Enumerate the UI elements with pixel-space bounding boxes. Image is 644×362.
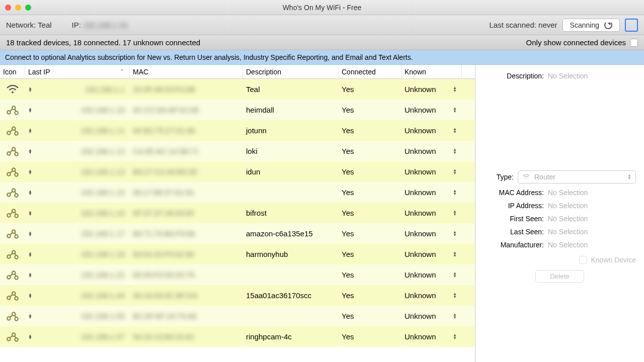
table-row[interactable]: ▲▼192.168.1.558C:0F:6F:19:79:A8YesUnknow… bbox=[0, 306, 475, 326]
column-icon[interactable]: Icon bbox=[0, 65, 25, 78]
sidebar-first-seen-value: No Selection bbox=[548, 215, 588, 223]
toolbar-extra-button[interactable] bbox=[625, 19, 638, 32]
stepper-icon[interactable]: ▲▼ bbox=[453, 293, 457, 299]
last-scanned-label: Last scanned: bbox=[490, 21, 539, 29]
table-row[interactable]: ▲▼192.168.1.2200:35:F3:50:33:78YesUnknow… bbox=[0, 264, 475, 285]
cell-connected: Yes bbox=[339, 141, 401, 161]
last-scanned-value: never bbox=[538, 21, 557, 29]
stepper-icon[interactable]: ▲▼ bbox=[453, 210, 457, 216]
svg-point-3 bbox=[15, 111, 18, 115]
svg-point-8 bbox=[15, 132, 18, 135]
device-icon bbox=[0, 161, 25, 182]
svg-point-58 bbox=[15, 338, 18, 341]
stepper-icon[interactable]: ▲▼ bbox=[28, 128, 32, 133]
stepper-icon[interactable]: ▲▼ bbox=[28, 231, 32, 236]
stepper-icon[interactable]: ▲▼ bbox=[453, 190, 457, 196]
router-icon bbox=[522, 174, 530, 180]
sidebar-description-value: No Selection bbox=[548, 72, 588, 80]
svg-point-53 bbox=[15, 317, 18, 321]
svg-line-19 bbox=[10, 170, 13, 172]
column-connected[interactable]: Connected bbox=[339, 65, 401, 78]
stepper-icon[interactable]: ▲▼ bbox=[28, 293, 32, 298]
svg-point-61 bbox=[526, 178, 527, 179]
stepper-icon[interactable]: ▲▼ bbox=[28, 149, 32, 154]
minimize-window-button[interactable] bbox=[15, 5, 21, 11]
column-last-ip-label: Last IP bbox=[28, 68, 50, 76]
device-icon bbox=[0, 203, 25, 223]
table-row[interactable]: ▲▼192.168.1.104C:CC:6A:8F:91:0EheimdallY… bbox=[0, 100, 475, 120]
column-description[interactable]: Description bbox=[243, 65, 339, 78]
column-mac[interactable]: MAC bbox=[130, 65, 243, 78]
svg-line-5 bbox=[15, 109, 16, 111]
maximize-window-button[interactable] bbox=[25, 5, 31, 11]
stepper-icon[interactable]: ▲▼ bbox=[28, 314, 32, 319]
cell-description: 15aa01ac36170scc bbox=[243, 285, 339, 306]
table-body: ▲▼192.168.1.120:3F:48:03:F0:0BTealYesUnk… bbox=[0, 79, 475, 347]
stepper-icon[interactable]: ▲▼ bbox=[453, 148, 457, 154]
stepper-icon[interactable]: ▲▼ bbox=[453, 272, 457, 278]
stepper-icon: ▲▼ bbox=[627, 174, 631, 180]
stepper-icon[interactable]: ▲▼ bbox=[453, 334, 457, 340]
svg-line-35 bbox=[15, 232, 16, 234]
table-row[interactable]: ▲▼192.168.1.1788:71:75:B6:F9:58amazon-c6… bbox=[0, 223, 475, 244]
sidebar-last-seen-label: Last Seen: bbox=[484, 228, 544, 236]
main-content: Icon Last IP ⌃ MAC Description Connected… bbox=[0, 65, 644, 362]
table-row[interactable]: ▲▼192.168.1.1194:9D:75:27:01:48jotunnYes… bbox=[0, 120, 475, 141]
table-row[interactable]: ▲▼192.168.1.12C4:4E:AC:14:3B:71lokiYesUn… bbox=[0, 141, 475, 161]
table-row[interactable]: ▲▼192.168.1.1500:17:88:37:01:04YesUnknow… bbox=[0, 182, 475, 203]
svg-line-4 bbox=[10, 109, 13, 111]
cell-ip: ▲▼192.168.1.16 bbox=[25, 203, 130, 223]
cell-mac: 00:04:20:F5:02:68 bbox=[130, 244, 243, 264]
cell-known: Unknown▲▼ bbox=[401, 203, 462, 223]
refresh-icon bbox=[604, 21, 612, 29]
stepper-icon[interactable]: ▲▼ bbox=[28, 87, 32, 92]
stepper-icon[interactable]: ▲▼ bbox=[28, 252, 32, 257]
cell-description: harmonyhub bbox=[243, 244, 339, 264]
stepper-icon[interactable]: ▲▼ bbox=[453, 169, 457, 175]
table-row[interactable]: ▲▼192.168.1.4434:16:05:0C:8F:DA15aa01ac3… bbox=[0, 285, 475, 306]
column-last-ip[interactable]: Last IP ⌃ bbox=[25, 65, 130, 78]
scan-button[interactable]: Scanning bbox=[562, 19, 620, 32]
known-device-checkbox[interactable] bbox=[579, 256, 587, 264]
stepper-icon[interactable]: ▲▼ bbox=[453, 107, 457, 113]
stepper-icon[interactable]: ▲▼ bbox=[453, 251, 457, 257]
svg-line-25 bbox=[15, 191, 16, 193]
svg-line-45 bbox=[15, 274, 16, 276]
close-window-button[interactable] bbox=[5, 5, 11, 11]
svg-line-30 bbox=[15, 212, 16, 214]
table-row[interactable]: ▲▼192.168.1.1800:04:20:F5:02:68harmonyhu… bbox=[0, 244, 475, 264]
only-connected-checkbox[interactable] bbox=[630, 39, 638, 47]
cell-description: bifrost bbox=[243, 203, 339, 223]
stepper-icon[interactable]: ▲▼ bbox=[453, 231, 457, 237]
cell-ip: ▲▼192.168.1.10 bbox=[25, 100, 130, 120]
cell-mac: 0F:07:37:28:03:0F bbox=[130, 203, 243, 223]
type-select[interactable]: Router ▲▼ bbox=[518, 170, 636, 184]
stepper-icon[interactable]: ▲▼ bbox=[28, 273, 32, 278]
device-icon bbox=[0, 100, 25, 120]
table-row[interactable]: ▲▼192.168.1.160F:07:37:28:03:0FbifrostYe… bbox=[0, 203, 475, 223]
stepper-icon[interactable]: ▲▼ bbox=[28, 334, 32, 339]
cell-description: jotunn bbox=[243, 120, 339, 141]
stepper-icon[interactable]: ▲▼ bbox=[28, 169, 32, 174]
svg-line-55 bbox=[15, 315, 16, 317]
sidebar-mac-label: MAC Address: bbox=[484, 189, 544, 197]
analytics-banner[interactable]: Connect to optional Analytics subscripti… bbox=[0, 50, 644, 65]
table-row[interactable]: ▲▼192.168.1.5754:16:13:89:24:4Cringhpcam… bbox=[0, 326, 475, 347]
stepper-icon[interactable]: ▲▼ bbox=[28, 190, 32, 195]
stepper-icon[interactable]: ▲▼ bbox=[28, 108, 32, 113]
table-row[interactable]: ▲▼192.168.1.120:3F:48:03:F0:0BTealYesUnk… bbox=[0, 79, 475, 100]
column-known[interactable]: Known bbox=[401, 65, 462, 78]
stepper-icon[interactable]: ▲▼ bbox=[453, 86, 457, 93]
svg-line-59 bbox=[10, 335, 13, 337]
cell-known: Unknown▲▼ bbox=[401, 141, 462, 161]
device-icon bbox=[0, 223, 25, 244]
stepper-icon[interactable]: ▲▼ bbox=[28, 211, 32, 216]
cell-connected: Yes bbox=[339, 120, 401, 141]
stepper-icon[interactable]: ▲▼ bbox=[453, 128, 457, 134]
svg-point-28 bbox=[15, 214, 18, 218]
stepper-icon[interactable]: ▲▼ bbox=[453, 313, 457, 319]
table-row[interactable]: ▲▼192.168.1.13B0:27:C0:49:B9:2EidunYesUn… bbox=[0, 161, 475, 182]
delete-button[interactable]: Delete bbox=[535, 270, 584, 283]
svg-point-23 bbox=[15, 194, 18, 197]
details-sidebar: Description: No Selection Type: Router ▲… bbox=[475, 65, 644, 362]
